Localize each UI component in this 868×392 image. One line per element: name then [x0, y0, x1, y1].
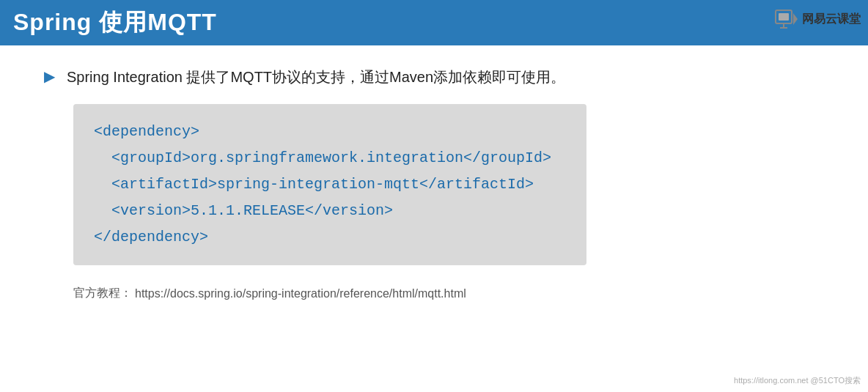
- logo-text: 网易云课堂: [802, 12, 861, 27]
- reference-url: https://docs.spring.io/spring-integratio…: [135, 287, 466, 300]
- code-line: <dependency>: [94, 119, 566, 145]
- logo-area: 网易云课堂: [774, 7, 861, 31]
- header-bar: Spring 使用MQTT: [0, 0, 868, 45]
- code-line: </dependency>: [94, 224, 566, 251]
- code-line: <version>5.1.1.RELEASE</version>: [94, 198, 566, 224]
- svg-rect-1: [779, 13, 789, 21]
- bullet-text: Spring Integration 提供了MQTT协议的支持，通过Maven添…: [67, 66, 565, 88]
- page-title: Spring 使用MQTT: [13, 7, 217, 39]
- bullet-arrow-icon: ▶: [44, 67, 55, 85]
- bullet-row: ▶ Spring Integration 提供了MQTT协议的支持，通过Mave…: [44, 66, 824, 88]
- watermark: https://itlong.com.net @51CTO搜索: [734, 375, 861, 386]
- reference-row: 官方教程： https://docs.spring.io/spring-inte…: [73, 286, 824, 301]
- code-line: <groupId>org.springframework.integration…: [94, 145, 566, 171]
- logo-icon: [774, 7, 798, 31]
- svg-marker-4: [793, 13, 798, 25]
- code-line: <artifactId>spring-integration-mqtt</art…: [94, 171, 566, 198]
- code-block: <dependency><groupId>org.springframework…: [73, 104, 586, 265]
- main-content: ▶ Spring Integration 提供了MQTT协议的支持，通过Mave…: [0, 45, 868, 316]
- reference-label: 官方教程：: [73, 286, 132, 301]
